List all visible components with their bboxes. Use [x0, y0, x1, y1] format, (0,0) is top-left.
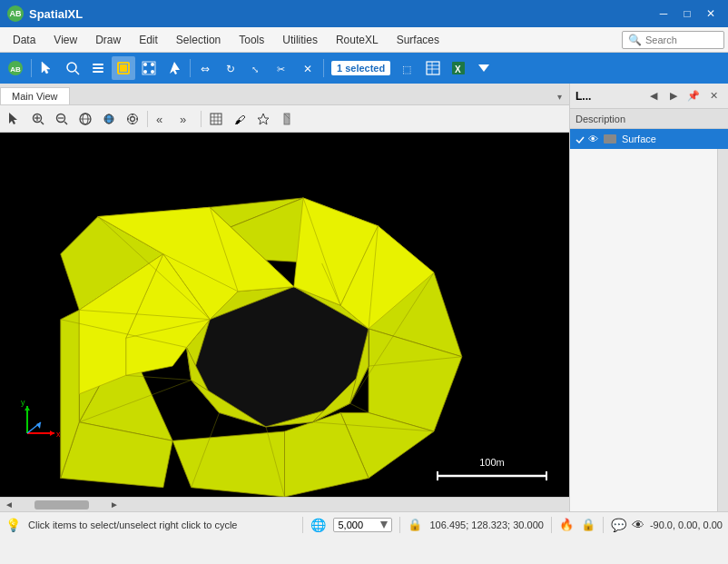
layer-checkbox[interactable] [574, 134, 585, 144]
toolbar-rotate-btn[interactable]: ↻ [220, 56, 243, 80]
toolbar-move-btn[interactable]: ⇔ [194, 56, 218, 80]
toolbar-pointer-btn[interactable] [162, 56, 186, 80]
panel-content-area [570, 149, 728, 511]
panel-vertical-scrollbar[interactable] [717, 149, 728, 511]
menu-edit[interactable]: Edit [130, 30, 167, 50]
toolbar-active-btn[interactable] [112, 56, 135, 80]
menu-surfaces[interactable]: Surfaces [388, 30, 448, 50]
layer-visibility-icon[interactable]: 👁 [588, 134, 598, 144]
toolbar-sel-opts-btn[interactable]: ⬚ [396, 56, 419, 80]
scale-line [433, 470, 551, 482]
vt-extra-btn[interactable] [276, 108, 298, 130]
scale-input[interactable] [333, 518, 392, 532]
status-sep-4 [603, 517, 604, 533]
menu-tools[interactable]: Tools [230, 30, 273, 50]
status-sep-2 [399, 517, 400, 533]
svg-rect-58 [284, 114, 290, 124]
panel-close-btn[interactable]: ✕ [704, 87, 723, 105]
description-col-label: Description [576, 114, 625, 124]
svg-marker-57 [258, 114, 269, 124]
menu-data[interactable]: Data [4, 30, 44, 50]
status-right-area: 💬 👁 -90.0, 0.00, 0.00 [611, 518, 723, 532]
scroll-left-btn[interactable]: ◄ [2, 498, 16, 512]
toolbar-scale-btn[interactable]: ⤡ [245, 56, 269, 80]
titlebar: AB SpatialXL ─ □ ✕ [0, 0, 728, 27]
status-hint-icon: 💡 [5, 518, 21, 532]
menubar: Data View Draw Edit Selection Tools Util… [0, 27, 728, 53]
vt-prev-btn[interactable]: « [152, 108, 173, 130]
vt-select-btn[interactable] [4, 108, 25, 130]
toolbar-excel-btn[interactable]: X [447, 56, 470, 80]
panel-back-btn[interactable]: ◀ [644, 87, 663, 105]
toolbar-layers-btn[interactable] [86, 56, 110, 80]
menu-routexl[interactable]: RouteXL [327, 30, 388, 50]
panel-header: L... ◀ ▶ 📌 ✕ [570, 84, 728, 109]
vt-settings-btn[interactable] [122, 108, 143, 130]
vt-pin-btn[interactable] [252, 108, 274, 130]
svg-line-105 [349, 403, 369, 412]
status-globe-icon: 🌐 [310, 518, 326, 532]
panel-title: L... [576, 90, 591, 103]
vt-globe2-btn[interactable] [98, 108, 120, 130]
status-chat-icon[interactable]: 💬 [611, 518, 626, 532]
vt-grid-btn[interactable] [205, 108, 227, 130]
svg-text:✂: ✂ [277, 64, 285, 74]
close-button[interactable]: ✕ [701, 4, 721, 24]
vt-globe-btn[interactable] [74, 108, 96, 130]
viewport-tab-close[interactable]: ▾ [550, 89, 569, 104]
panel-forward-btn[interactable]: ▶ [664, 87, 683, 105]
toolbar-select-btn[interactable] [35, 56, 59, 80]
svg-marker-110 [25, 406, 30, 411]
panel-pin-btn[interactable]: 📌 [684, 87, 703, 105]
viewport-tab-main[interactable]: Main View [0, 87, 70, 104]
toolbar-table-btn[interactable] [421, 56, 445, 80]
scale-bar: 100m [433, 457, 551, 482]
toolbar-node-btn[interactable] [137, 56, 161, 80]
svg-text:«: « [156, 113, 162, 125]
svg-rect-9 [120, 64, 127, 72]
status-sep-3 [551, 517, 552, 533]
scroll-thumb[interactable] [34, 500, 89, 510]
minimize-button[interactable]: ─ [654, 4, 674, 24]
layer-row[interactable]: 👁 Surface [570, 129, 728, 149]
vt-zoomout-btn[interactable] [51, 108, 73, 130]
svg-point-13 [143, 70, 147, 74]
viewport-container: Main View ▾ « [0, 84, 569, 511]
horizontal-scrollbar[interactable]: ◄ ► [0, 497, 569, 511]
status-hint-text: Click items to select/unselect right cli… [28, 519, 295, 530]
svg-line-31 [41, 122, 44, 124]
toolbar-separator-1 [31, 59, 32, 77]
scroll-right-btn[interactable]: ► [107, 498, 122, 512]
status-coords: 106.495; 128.323; 30.000 [429, 519, 543, 530]
menu-utilities[interactable]: Utilities [273, 30, 327, 50]
toolbar-dropdown-btn[interactable] [472, 56, 496, 80]
viewport-toolbar: « » 🖌 [0, 105, 569, 133]
toolbar-trim-btn[interactable]: ✂ [271, 56, 294, 80]
svg-text:🖌: 🖌 [234, 114, 245, 125]
panel-empty-space [570, 149, 717, 511]
vt-next-btn[interactable]: » [175, 108, 197, 130]
app-icon: AB [7, 5, 24, 22]
vt-zoomin-btn[interactable] [27, 108, 49, 130]
scale-value[interactable] [338, 519, 379, 530]
menu-draw[interactable]: Draw [86, 30, 130, 50]
layer-name[interactable]: Surface [622, 134, 724, 144]
svg-point-3 [67, 63, 76, 72]
search-input[interactable] [645, 35, 718, 45]
toolbar-separator-2 [190, 59, 191, 77]
maximize-button[interactable]: □ [677, 4, 697, 24]
vt-paint-btn[interactable]: 🖌 [229, 108, 251, 130]
scale-dropdown-icon[interactable] [380, 521, 388, 529]
search-box: 🔍 [622, 31, 724, 49]
toolbar-x-btn[interactable]: ✕ [296, 56, 320, 80]
svg-rect-22 [427, 62, 439, 74]
menu-view[interactable]: View [44, 30, 86, 50]
status-eye-icon[interactable]: 👁 [632, 518, 644, 532]
viewport-canvas[interactable]: x y 100m [0, 133, 569, 497]
status-sep-1 [302, 517, 303, 533]
menu-selection[interactable]: Selection [167, 30, 230, 50]
toolbar-app-icon[interactable]: AB [4, 56, 27, 80]
toolbar-zoom-btn[interactable] [61, 56, 84, 80]
svg-text:»: » [180, 113, 186, 125]
vt-sep2 [201, 111, 202, 127]
